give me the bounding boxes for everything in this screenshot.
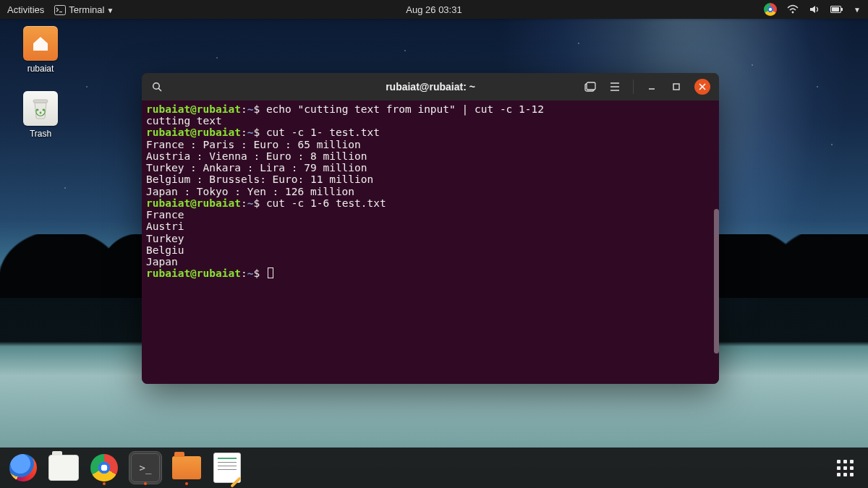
prompt-symbol: $ <box>253 197 265 209</box>
terminal-prompt-line: rubaiat@rubaiat:~$ cut -c 1- test.txt <box>146 127 715 138</box>
chrome-icon <box>90 454 118 481</box>
prompt-user: rubaiat@rubaiat <box>146 127 241 138</box>
prompt-user: rubaiat@rubaiat <box>146 197 241 209</box>
volume-icon[interactable] <box>809 4 820 14</box>
gnome-top-bar: Activities Terminal▼ Aug 26 03:31 ▼ <box>0 0 868 19</box>
activities-button[interactable]: Activities <box>7 4 44 15</box>
svg-rect-6 <box>33 100 48 103</box>
terminal-new-tab-button[interactable] <box>581 77 600 96</box>
battery-icon[interactable] <box>830 5 843 14</box>
svg-rect-5 <box>841 8 843 11</box>
home-folder-icon <box>23 26 58 61</box>
dock: >_ <box>0 448 868 488</box>
trash-icon <box>23 91 58 126</box>
terminal-output-line: France <box>146 209 715 221</box>
terminal-titlebar[interactable]: rubaiat@rubaiat: ~ <box>142 73 719 101</box>
prompt-symbol: $ <box>253 127 265 138</box>
text-editor-icon <box>213 453 241 483</box>
terminal-output-line: Belgiu <box>146 244 715 256</box>
terminal-window: rubaiat@rubaiat: ~ rubaiat@rubaiat:~$ ec… <box>142 73 719 384</box>
command-text: cut -c 1-6 test.txt <box>266 197 386 209</box>
running-indicator <box>103 482 106 485</box>
terminal-output-line: France : Paris : Euro : 65 million <box>146 139 715 150</box>
dock-item-files[interactable] <box>48 452 80 484</box>
window-maximize-button[interactable] <box>667 77 686 96</box>
show-applications-button[interactable] <box>829 452 861 484</box>
running-indicator <box>185 482 188 485</box>
close-icon <box>699 83 706 90</box>
terminal-output-line: Austri <box>146 221 715 232</box>
terminal-cursor <box>268 267 273 278</box>
prompt-user: rubaiat@rubaiat <box>146 267 241 279</box>
terminal-output-line: Japan : Tokyo : Yen : 126 million <box>146 186 715 197</box>
terminal-output-line: Belgium : Brussels: Euro: 11 million <box>146 174 715 185</box>
apps-grid-icon <box>837 460 854 476</box>
terminal-output-line: Turkey <box>146 233 715 244</box>
prompt-symbol: $ <box>253 267 265 279</box>
svg-line-11 <box>158 88 161 91</box>
terminal-search-button[interactable] <box>148 77 166 96</box>
terminal-prompt-line: rubaiat@rubaiat:~$ cut -c 1-6 test.txt <box>146 197 715 209</box>
folder-icon <box>172 456 201 479</box>
terminal-menu-button[interactable] <box>605 77 624 96</box>
svg-rect-4 <box>832 7 839 12</box>
dock-item-file-manager[interactable] <box>171 452 203 484</box>
files-icon <box>48 455 79 481</box>
terminal-icon <box>54 5 66 15</box>
window-close-button[interactable] <box>694 79 710 95</box>
app-menu[interactable]: Terminal▼ <box>54 4 114 15</box>
terminal-scrollbar[interactable] <box>714 209 719 354</box>
maximize-icon <box>672 82 681 91</box>
titlebar-divider <box>633 80 634 94</box>
svg-rect-0 <box>55 5 66 14</box>
wifi-icon[interactable] <box>787 4 799 14</box>
new-tab-icon <box>584 82 596 92</box>
dock-item-chrome[interactable] <box>88 452 120 484</box>
terminal-output-line: Turkey : Ankara : Lira : 79 million <box>146 162 715 174</box>
app-menu-label: Terminal <box>69 4 104 15</box>
svg-point-2 <box>792 12 794 14</box>
desktop-icon-label: Trash <box>14 129 67 139</box>
dock-item-terminal[interactable]: >_ <box>129 451 162 484</box>
desktop-icon-label: rubaiat <box>14 64 67 74</box>
desktop-icon-trash[interactable]: Trash <box>14 91 67 139</box>
firefox-icon <box>9 454 37 481</box>
hamburger-icon <box>610 82 620 91</box>
svg-point-9 <box>40 112 42 114</box>
svg-point-10 <box>153 82 159 89</box>
terminal-prompt-line: rubaiat@rubaiat:~$ echo "cutting text fr… <box>146 103 715 115</box>
system-menu-chevron-icon[interactable]: ▼ <box>854 6 861 14</box>
terminal-icon: >_ <box>131 453 160 482</box>
running-indicator <box>144 482 147 485</box>
terminal-output-line: Austria : Vienna : Euro : 8 million <box>146 150 715 162</box>
dock-item-text-editor[interactable] <box>211 452 243 484</box>
terminal-viewport[interactable]: rubaiat@rubaiat:~$ echo "cutting text fr… <box>142 100 719 384</box>
svg-rect-13 <box>587 82 595 90</box>
terminal-title: rubaiat@rubaiat: ~ <box>386 81 475 93</box>
desktop-icon-home[interactable]: rubaiat <box>14 26 67 74</box>
prompt-symbol: $ <box>253 103 265 115</box>
minimize-icon <box>647 82 656 91</box>
search-icon <box>152 82 163 93</box>
chrome-indicator-icon[interactable] <box>764 3 777 16</box>
command-text: echo "cutting text from input" | cut -c … <box>266 103 544 115</box>
svg-rect-18 <box>673 84 679 90</box>
terminal-output-line: Japan <box>146 256 715 267</box>
dock-item-firefox[interactable] <box>7 452 39 484</box>
terminal-output-line: cutting text <box>146 115 715 127</box>
terminal-prompt-line: rubaiat@rubaiat:~$ <box>146 267 715 279</box>
chevron-down-icon: ▼ <box>106 7 114 14</box>
prompt-user: rubaiat@rubaiat <box>146 103 241 115</box>
clock[interactable]: Aug 26 03:31 <box>406 4 461 15</box>
window-minimize-button[interactable] <box>642 77 661 96</box>
command-text: cut -c 1- test.txt <box>266 127 380 138</box>
